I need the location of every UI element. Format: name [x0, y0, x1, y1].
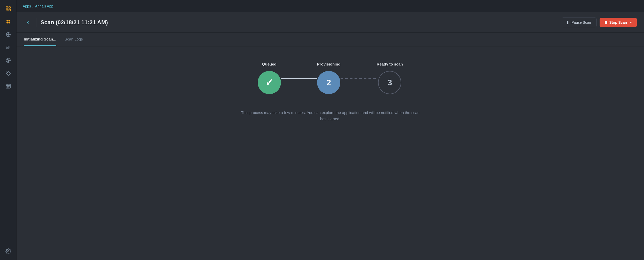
header-actions: Pause Scan Stop Scan ▾	[562, 18, 637, 27]
tabs: Initializing Scan... Scan Logs	[17, 33, 644, 46]
header-divider	[36, 18, 36, 27]
sidebar-icon-tag[interactable]	[3, 68, 14, 79]
step-provisioning-circle: 2	[317, 71, 340, 94]
pause-icon	[567, 21, 569, 24]
sidebar-icon-target[interactable]	[3, 55, 14, 66]
svg-rect-3	[9, 9, 10, 11]
connector-1	[281, 78, 317, 79]
step-ready-circle: 3	[378, 71, 401, 94]
page-header-left: Scan (02/18/21 11:21 AM)	[24, 18, 108, 27]
connector-2	[341, 78, 377, 79]
sidebar-icon-calendar[interactable]	[3, 80, 14, 92]
sidebar-icon-biohazard[interactable]	[3, 42, 14, 53]
svg-rect-0	[6, 7, 7, 8]
step-provisioning: Provisioning 2	[317, 62, 341, 94]
info-text: This process may take a few minutes. You…	[240, 110, 421, 122]
svg-point-7	[8, 22, 10, 23]
step-provisioning-label: Provisioning	[317, 62, 341, 66]
steps-row: Queued ✓ Provisioning 2 Ready to scan	[258, 62, 403, 94]
svg-point-6	[6, 22, 8, 23]
breadcrumb: Apps / Anna's App	[23, 4, 53, 8]
stop-chevron-icon: ▾	[630, 21, 632, 24]
stop-scan-label: Stop Scan	[609, 20, 627, 25]
sidebar	[0, 0, 17, 260]
svg-point-13	[7, 72, 7, 73]
breadcrumb-separator: /	[33, 4, 34, 8]
breadcrumb-current: Anna's App	[35, 4, 53, 8]
step-provisioning-number: 2	[326, 78, 331, 87]
step-ready: Ready to scan 3	[377, 62, 403, 94]
page-header: Scan (02/18/21 11:21 AM) Pause Scan Stop…	[17, 12, 644, 33]
svg-point-4	[6, 20, 8, 21]
pause-scan-button[interactable]: Pause Scan	[562, 18, 596, 27]
tab-initializing[interactable]: Initializing Scan...	[24, 33, 56, 46]
sidebar-icon-globe[interactable]	[3, 29, 14, 40]
svg-point-5	[8, 20, 10, 21]
tab-scan-logs[interactable]: Scan Logs	[65, 33, 83, 46]
stop-scan-button[interactable]: Stop Scan ▾	[600, 18, 637, 27]
step-ready-number: 3	[388, 78, 392, 87]
step-queued: Queued ✓	[258, 62, 281, 94]
sidebar-icon-grid[interactable]	[3, 3, 14, 14]
sidebar-icon-settings[interactable]	[3, 246, 14, 257]
back-button[interactable]	[24, 18, 32, 27]
svg-rect-2	[6, 9, 7, 11]
step-ready-label: Ready to scan	[377, 62, 403, 66]
step-container: Queued ✓ Provisioning 2 Ready to scan	[17, 46, 644, 132]
breadcrumb-apps-link[interactable]: Apps	[23, 4, 31, 8]
svg-point-12	[8, 60, 9, 61]
topbar: Apps / Anna's App	[17, 0, 644, 12]
step-queued-circle: ✓	[258, 71, 281, 94]
main-content: Apps / Anna's App Scan (02/18/21 11:21 A…	[17, 0, 644, 260]
sidebar-icon-apps[interactable]	[3, 16, 14, 27]
page-title: Scan (02/18/21 11:21 AM)	[41, 19, 108, 26]
stop-icon	[605, 21, 607, 24]
pause-scan-label: Pause Scan	[571, 20, 591, 25]
svg-point-20	[7, 250, 9, 252]
svg-rect-1	[9, 7, 10, 8]
step-queued-label: Queued	[262, 62, 277, 66]
checkmark-icon: ✓	[265, 77, 273, 88]
